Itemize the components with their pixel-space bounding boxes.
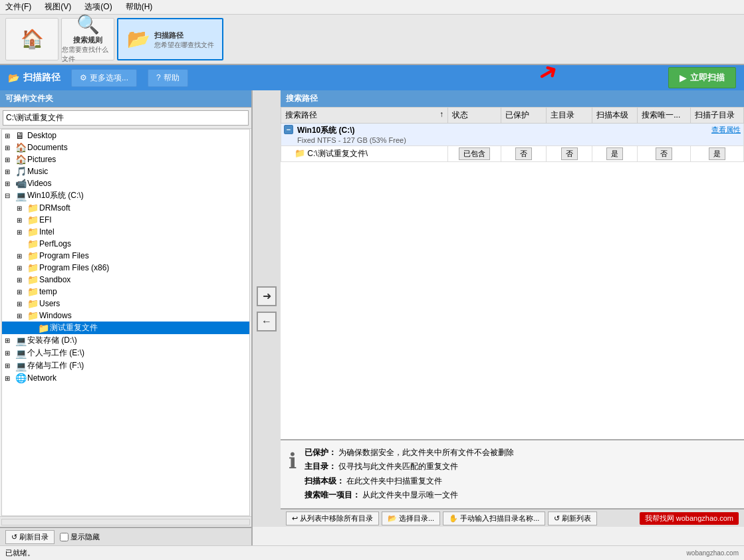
tree-item-pictures[interactable]: ⊞ 🏠 Pictures — [2, 153, 249, 165]
folder-users-icon: 📁 — [27, 298, 39, 309]
scan-sub-button[interactable]: 是 — [709, 147, 725, 160]
search-rules-label: 搜索规则 — [73, 35, 102, 45]
folder-testdup-icon: 📁 — [38, 323, 50, 333]
menu-view[interactable]: 视图(V) — [42, 1, 74, 13]
tree-item-storage[interactable]: ⊞ 💻 存储与工作 (F:\) — [2, 359, 249, 372]
tree-item-music[interactable]: ⊞ 🎵 Music — [2, 165, 249, 177]
menu-help[interactable]: 帮助(H) — [123, 1, 156, 13]
col-status[interactable]: 状态 — [448, 108, 501, 124]
info-line-searchunique: 搜索唯一项目： 从此文件夹中显示唯一文件 — [305, 488, 514, 503]
select-dir-button[interactable]: 📂 选择目录... — [382, 512, 440, 525]
col-main-dir[interactable]: 主目录 — [547, 108, 592, 124]
home-button[interactable]: 🏠 — [5, 18, 59, 60]
sort-icon: ↑ — [439, 110, 443, 119]
scan-path-label: 扫描路径 — [154, 31, 214, 41]
search-rules-button[interactable]: 🔍 搜索规则 您需要查找什么文件 — [61, 18, 114, 60]
more-options-button[interactable]: ⚙ 更多选项... — [71, 69, 137, 87]
info-line-protected: 已保护： 为确保数据安全，此文件夹中所有文件不会被删除 — [305, 446, 514, 460]
horizontal-scrollbar[interactable] — [1, 519, 250, 525]
folder-programfilesx86-icon: 📁 — [27, 262, 39, 273]
main-dir-button[interactable]: 否 — [561, 147, 578, 160]
search-unique-button[interactable]: 否 — [656, 147, 672, 160]
tree-item-testdup[interactable]: 📁 测试重复文件 — [2, 322, 249, 334]
tree-item-win10[interactable]: ⊟ 💻 Win10系统 (C:\) — [2, 189, 249, 202]
action-bar-title: 📂 扫描路径 — [8, 72, 61, 84]
col-scan-sub[interactable]: 扫描子目录 — [691, 108, 744, 124]
view-properties-link[interactable]: 查看属性 — [711, 125, 741, 135]
right-bottom-toolbar: ↩ 从列表中移除所有目录 📂 选择目录... ✋ 手动输入扫描目录名称... ↺… — [281, 508, 744, 527]
music-icon: 🎵 — [15, 166, 27, 177]
middle-arrows: ➜ ← — [253, 90, 281, 527]
tree-item-network[interactable]: ⊞ 🌐 Network — [2, 372, 249, 384]
videos-icon: 📹 — [15, 178, 27, 189]
right-panel: 搜索路径 搜索路径 ↑ 状态 已保护 主目录 扫描本级 搜索唯一... 扫描子目… — [281, 90, 744, 527]
watermark-badge: 我帮找网 wobangzhao.com — [640, 512, 739, 525]
table-row-drive: − Win10系统 (C:\) Fixed NTFS - 127 GB (53%… — [281, 124, 744, 146]
tree-item-efi[interactable]: ⊞ 📁 EFI — [2, 214, 249, 226]
tree-item-windows[interactable]: ⊞ 📁 Windows — [2, 310, 249, 322]
left-panel-header: 可操作文件夹 — [0, 90, 251, 108]
tree-item-drmsoft[interactable]: ⊞ 📁 DRMsoft — [2, 202, 249, 214]
action-bar-title-text: 扫描路径 — [23, 72, 61, 84]
folder-tree[interactable]: ⊞ 🖥 Desktop ⊞ 🏠 Documents ⊞ 🏠 Pictures ⊞… — [1, 129, 250, 516]
folder-windows-icon: 📁 — [27, 310, 39, 321]
col-protected[interactable]: 已保护 — [501, 108, 546, 124]
menu-options[interactable]: 选项(O) — [82, 1, 114, 13]
status-button[interactable]: 已包含 — [459, 147, 490, 160]
show-hidden-checkbox[interactable]: 显示隐藏 — [60, 532, 100, 542]
folder-temp-icon: 📁 — [27, 286, 39, 297]
help-icon: ? — [156, 73, 161, 82]
status-text: 已就绪。 — [5, 548, 35, 558]
tree-item-users[interactable]: ⊞ 📁 Users — [2, 298, 249, 310]
tree-item-intel[interactable]: ⊞ 📁 Intel — [2, 226, 249, 238]
remove-from-list-button[interactable]: ← — [257, 312, 277, 331]
refresh-dir-icon: ↺ — [11, 533, 17, 541]
action-bar: 📂 扫描路径 ⚙ 更多选项... ? 帮助 ▶ 立即扫描 — [0, 65, 744, 90]
protected-button[interactable]: 否 — [515, 147, 532, 160]
refresh-dir-button[interactable]: ↺ 刷新目录 — [5, 530, 55, 544]
folder-programfiles-icon: 📁 — [27, 250, 39, 261]
pictures-icon: 🏠 — [15, 154, 27, 165]
col-search-unique[interactable]: 搜索唯一... — [638, 108, 691, 124]
win10-children: ⊞ 📁 DRMsoft ⊞ 📁 EFI ⊞ 📁 Intel 📁 — [2, 202, 249, 334]
tree-item-programfilesx86[interactable]: ⊞ 📁 Program Files (x86) — [2, 262, 249, 274]
folder-path: C:\测试重复文件\ — [307, 149, 368, 158]
tree-item-temp[interactable]: ⊞ 📁 temp — [2, 286, 249, 298]
tree-item-personal[interactable]: ⊞ 💻 个人与工作 (E:\) — [2, 347, 249, 359]
folder-intel-icon: 📁 — [27, 227, 39, 237]
network-icon: 🌐 — [15, 373, 27, 383]
help-button[interactable]: ? 帮助 — [148, 69, 188, 87]
folder-drmsoft-icon: 📁 — [27, 203, 39, 213]
tree-item-programfiles[interactable]: ⊞ 📁 Program Files — [2, 250, 249, 262]
folder-perflogs-icon: 📁 — [27, 238, 39, 249]
scan-level-button[interactable]: 是 — [606, 147, 623, 160]
current-path: C:\测试重复文件 — [3, 110, 249, 126]
add-to-list-button[interactable]: ➜ — [257, 286, 277, 306]
info-text: 已保护： 为确保数据安全，此文件夹中所有文件不会被删除 主目录： 仅寻找与此文件… — [305, 446, 514, 503]
col-scan-level[interactable]: 扫描本级 — [592, 108, 637, 124]
search-path-table: 搜索路径 ↑ 状态 已保护 主目录 扫描本级 搜索唯一... 扫描子目录 — [281, 107, 744, 162]
col-path[interactable]: 搜索路径 ↑ — [281, 108, 448, 124]
show-hidden-input[interactable] — [60, 533, 68, 541]
desktop-icon: 🖥 — [15, 130, 27, 141]
drive-d-icon: 💻 — [15, 335, 27, 346]
gear-icon: ⚙ — [80, 73, 87, 82]
refresh-list-button[interactable]: ↺ 刷新列表 — [548, 512, 597, 525]
manual-input-button[interactable]: ✋ 手动输入扫描目录名称... — [443, 512, 545, 525]
search-icon: 🔍 — [76, 15, 100, 34]
tree-item-sandbox[interactable]: ⊞ 📁 Sandbox — [2, 274, 249, 286]
right-arrow-icon: ➜ — [263, 290, 271, 302]
scan-now-button[interactable]: ▶ 立即扫描 — [668, 67, 736, 88]
remove-icon: ↩ — [292, 514, 298, 523]
hand-icon: ✋ — [449, 514, 458, 523]
tree-item-desktop[interactable]: ⊞ 🖥 Desktop — [2, 130, 249, 141]
tree-item-videos[interactable]: ⊞ 📹 Videos — [2, 177, 249, 189]
scan-path-button[interactable]: 📂 扫描路径 您希望在哪查找文件 — [117, 18, 223, 60]
collapse-drive-button[interactable]: − — [284, 125, 293, 134]
tree-item-install[interactable]: ⊞ 💻 安装存储 (D:\) — [2, 334, 249, 347]
remove-all-button[interactable]: ↩ 从列表中移除所有目录 — [286, 512, 379, 525]
menu-file[interactable]: 文件(F) — [3, 1, 34, 13]
tree-item-documents[interactable]: ⊞ 🏠 Documents — [2, 141, 249, 153]
info-icon: ℹ — [289, 448, 297, 474]
tree-item-perflogs[interactable]: 📁 PerfLogs — [2, 238, 249, 250]
